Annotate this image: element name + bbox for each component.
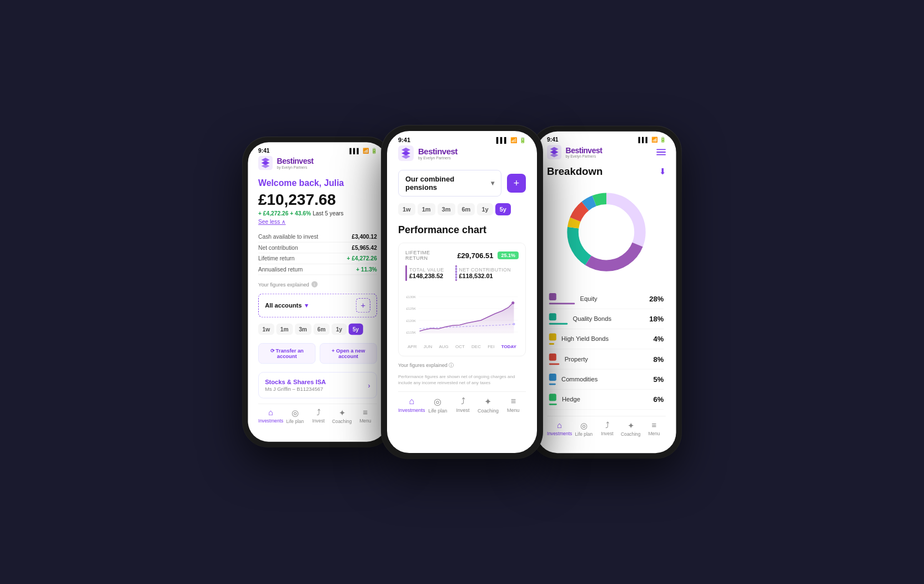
- signal-icon: ▌▌▌: [349, 148, 360, 153]
- add-pension-button[interactable]: +: [507, 174, 526, 193]
- svg-marker-10: [420, 303, 514, 334]
- breakdown-hy: High Yield Bonds 4%: [549, 329, 664, 349]
- pensions-dropdown[interactable]: Our combined pensions ▾: [398, 170, 501, 197]
- breakdown-commodities: Commodities 5%: [549, 369, 664, 389]
- battery-icon-3: 🔋: [660, 137, 666, 142]
- balance-change-value: + £4,272.26: [258, 210, 288, 217]
- nav-invest-3[interactable]: ⤴ Invest: [595, 420, 619, 436]
- dropdown-row: Our combined pensions ▾ +: [398, 170, 526, 197]
- time-btn-1m[interactable]: 1m: [276, 324, 293, 335]
- nav-lifeplan-icon-2: ◎: [434, 396, 441, 407]
- nav-coaching-label-2: Coaching: [478, 408, 499, 414]
- time-btn2-1y[interactable]: 1y: [477, 203, 493, 215]
- breakdown-bonds: Quality Bonds 18%: [549, 309, 664, 329]
- equity-dot: [549, 293, 556, 300]
- download-icon[interactable]: ⬇: [659, 167, 666, 177]
- breakdown-property-left: Property: [549, 353, 588, 364]
- time-btn2-1w[interactable]: 1w: [398, 203, 415, 215]
- nav-menu-2[interactable]: ≡ Menu: [501, 396, 526, 414]
- account-selector[interactable]: All accounts ▾ +: [258, 294, 377, 318]
- nav-investments-2[interactable]: ⌂ Investments: [398, 396, 425, 414]
- nav-menu-icon-2: ≡: [511, 396, 516, 406]
- nav-coaching-3[interactable]: ✦ Coaching: [619, 420, 642, 436]
- net-contrib-text: NET CONTRIBUTION £118,532.01: [459, 267, 511, 279]
- net-contrib-num: £118,532.01: [459, 273, 511, 279]
- time-btn-5y[interactable]: 5y: [348, 324, 363, 335]
- nav-invest-2[interactable]: ⤴ Invest: [450, 396, 475, 414]
- nav-investments-1[interactable]: ⌂ Investments: [258, 408, 283, 424]
- total-value-text: TOTAL VALUE £148,238.52: [409, 267, 444, 279]
- see-less-link[interactable]: See less ∧: [258, 219, 377, 225]
- nav-invest-icon-3: ⤴: [605, 420, 609, 430]
- nav-invest-1[interactable]: ⤴ Invest: [307, 408, 330, 424]
- time-btn-3m[interactable]: 3m: [295, 324, 312, 335]
- chevron-down-icon-1: ▾: [305, 302, 308, 309]
- phone-3: 9:41 ▌▌▌ 📶 🔋: [531, 126, 681, 458]
- brand-tagline-2: by Evelyn Partners: [418, 156, 458, 160]
- figures-explained-1[interactable]: Your figures explained i: [258, 281, 377, 287]
- bonds-name: Quality Bonds: [573, 315, 611, 322]
- time-btn-1w[interactable]: 1w: [258, 324, 274, 335]
- bonds-dot: [549, 313, 556, 320]
- time-btn2-6m[interactable]: 6m: [458, 203, 475, 215]
- nav-investments-3[interactable]: ⌂ Investments: [547, 420, 572, 436]
- breakdown-equity-indicator: [549, 293, 575, 304]
- hedge-name: Hedge: [562, 395, 580, 402]
- total-value-label: TOTAL VALUE: [409, 267, 444, 273]
- figures-explained-2[interactable]: Your figures explained ⓘ: [398, 362, 526, 369]
- stat-value-0: £3,400.12: [351, 234, 377, 240]
- bottom-nav-1: ⌂ Investments ◎ Life plan ⤴ Invest ✦: [258, 404, 377, 430]
- account-card[interactable]: Stocks & Shares ISA Ms J Griffin – B1123…: [258, 372, 377, 398]
- stat-value-3: + 11.3%: [356, 266, 377, 273]
- hamburger-menu[interactable]: [656, 149, 666, 155]
- stats-row-3: Annualised return + 11.3%: [258, 264, 377, 275]
- bottom-nav-3: ⌂ Investments ◎ Life plan ⤴ Invest ✦: [547, 416, 666, 442]
- lifetime-label: LIFETIME RETURN: [405, 250, 453, 261]
- nav-invest-label-2: Invest: [456, 407, 470, 413]
- breakdown-bonds-indicator: [549, 313, 568, 324]
- stats-table: Cash available to invest £3,400.12 Net c…: [258, 231, 377, 275]
- time-filters-1: 1w 1m 3m 6m 1y 5y: [258, 324, 377, 335]
- nav-lifeplan-2[interactable]: ◎ Life plan: [425, 396, 450, 414]
- equity-name: Equity: [580, 295, 597, 302]
- add-account-button[interactable]: +: [356, 298, 370, 313]
- time-btn-1y[interactable]: 1y: [332, 324, 346, 335]
- breakdown-property-indicator: [549, 353, 560, 364]
- nav-coaching-label-1: Coaching: [332, 419, 351, 424]
- time-btn2-1m[interactable]: 1m: [418, 203, 435, 215]
- breakdown-title: Breakdown: [547, 165, 602, 177]
- chevron-down-icon-2: ▾: [491, 179, 494, 187]
- bottom-nav-2: ⌂ Investments ◎ Life plan ⤴ Invest ✦: [398, 391, 526, 420]
- svg-point-21: [584, 209, 629, 255]
- chevron-right-icon: ›: [368, 381, 370, 389]
- nav-lifeplan-label-1: Life plan: [286, 419, 304, 424]
- nav-investments-icon-2: ⌂: [409, 396, 414, 406]
- property-dot: [549, 353, 556, 360]
- stat-value-2: + £4,272.26: [347, 255, 377, 261]
- stat-value-1: £5,965.42: [351, 244, 377, 250]
- nav-lifeplan-3[interactable]: ◎ Life plan: [572, 420, 595, 436]
- hy-pct: 4%: [653, 335, 664, 343]
- figures-explained-text-1: Your figures explained: [258, 281, 309, 287]
- nav-coaching-1[interactable]: ✦ Coaching: [330, 408, 354, 424]
- phone-3-screen: 9:41 ▌▌▌ 📶 🔋: [536, 131, 676, 452]
- nav-menu-1[interactable]: ≡ Menu: [354, 408, 377, 424]
- performance-chart-svg: £130K £125K £120K £115K: [405, 286, 519, 342]
- nav-invest-label-1: Invest: [312, 419, 324, 424]
- nav-coaching-2[interactable]: ✦ Coaching: [475, 396, 500, 414]
- lifetime-value: £29,706.51: [457, 251, 493, 260]
- nav-menu-3[interactable]: ≡ Menu: [642, 420, 666, 436]
- open-account-button[interactable]: + Open a new account: [320, 343, 377, 364]
- time-btn2-3m[interactable]: 3m: [438, 203, 455, 215]
- net-contrib-label: NET CONTRIBUTION: [459, 267, 511, 273]
- bonds-bar: [549, 323, 568, 324]
- hedge-dot: [549, 394, 556, 401]
- transfer-account-button[interactable]: ⟳ Transfer an account: [258, 343, 315, 364]
- time-btn-6m[interactable]: 6m: [313, 324, 330, 335]
- brand-name-2: Bestinvest: [418, 147, 458, 156]
- nav-lifeplan-1[interactable]: ◎ Life plan: [283, 408, 307, 424]
- breakdown-commodities-left: Commodities: [549, 373, 597, 384]
- phone-1: 9:41 ▌▌▌ 📶 🔋: [243, 137, 393, 447]
- nav-coaching-icon-3: ✦: [627, 420, 634, 430]
- time-btn2-5y[interactable]: 5y: [495, 203, 511, 215]
